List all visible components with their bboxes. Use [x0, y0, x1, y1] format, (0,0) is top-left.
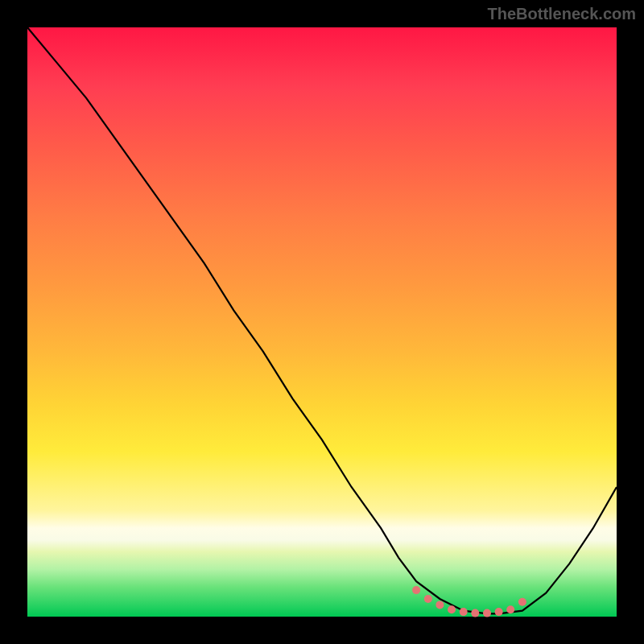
highlight-dot — [471, 609, 479, 617]
highlight-dot — [412, 586, 420, 594]
watermark-text: TheBottleneck.com — [488, 5, 636, 23]
highlight-dot — [495, 608, 503, 616]
highlight-dot — [506, 605, 514, 613]
chart-overlay — [0, 0, 644, 644]
highlight-dot — [483, 609, 491, 617]
highlight-dot — [424, 595, 432, 603]
canvas: TheBottleneck.com — [0, 0, 644, 644]
highlight-dot — [448, 605, 456, 613]
highlight-dot — [518, 598, 526, 606]
highlight-dot — [436, 601, 444, 609]
curve-line — [27, 27, 617, 613]
highlight-dot — [460, 608, 468, 616]
